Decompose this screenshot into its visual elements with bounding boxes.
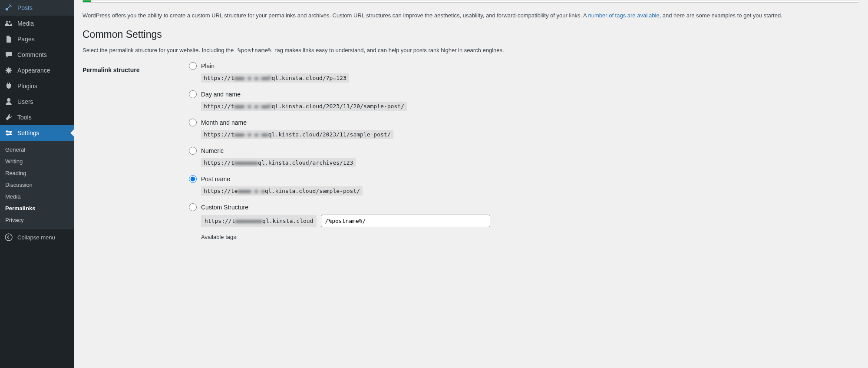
plugin-icon <box>4 82 13 90</box>
option-monthname-radio[interactable] <box>189 119 197 126</box>
sidebar-item-label: Users <box>17 98 33 105</box>
sidebar-item-users[interactable]: Users <box>0 94 74 109</box>
tags-available-link[interactable]: number of tags are available <box>588 12 659 19</box>
submenu-media[interactable]: Media <box>0 191 74 202</box>
option-custom-row: Custom Structure <box>189 203 859 211</box>
svg-point-1 <box>10 132 11 134</box>
page-icon <box>4 35 13 43</box>
option-postname-row: Post name <box>189 175 859 183</box>
main-content: WordPress offers you the ability to crea… <box>74 0 868 368</box>
option-monthname-label[interactable]: Month and name <box>201 119 247 126</box>
sidebar-item-tools[interactable]: Tools <box>0 109 74 125</box>
option-custom-label[interactable]: Custom Structure <box>201 204 248 211</box>
intro-text-1: WordPress offers you the ability to crea… <box>83 12 588 19</box>
option-plain-label[interactable]: Plain <box>201 63 215 70</box>
collapse-label: Collapse menu <box>17 234 55 241</box>
pin-icon <box>4 3 13 12</box>
option-plain-example: https://t▬▬▬ ▪ ▬ ▬▬hql.kinsta.cloud/?p=1… <box>201 73 349 83</box>
option-numeric-example: https://t ▬▬▬▬▬▬▬ ql.kinsta.cloud/archiv… <box>201 158 356 167</box>
option-plain-row: Plain <box>189 62 859 70</box>
permalink-options: Plain https://t▬▬▬ ▪ ▬ ▬▬hql.kinsta.clou… <box>189 62 859 240</box>
sidebar-item-media[interactable]: Media <box>0 16 74 31</box>
subtext-part2: tag makes links easy to understand, and … <box>274 47 504 53</box>
sidebar-item-comments[interactable]: Comments <box>0 47 74 63</box>
option-postname-label[interactable]: Post name <box>201 176 230 182</box>
sidebar-item-appearance[interactable]: Appearance <box>0 63 74 78</box>
option-dayname-example: https://t▬▬▬ ▪ ▬ ▬▬hql.kinsta.cloud/2023… <box>201 102 407 111</box>
sidebar-item-label: Pages <box>17 36 35 43</box>
progress-bar <box>83 0 859 3</box>
option-custom-radio[interactable] <box>189 203 197 211</box>
option-postname-example: https://te▬▬▬▬ ▪ ▬ ql.kinsta.cloud/sampl… <box>201 186 363 196</box>
sidebar-item-label: Appearance <box>17 67 50 74</box>
option-monthname-example: https://t▬▬▬ ▪ ▬ ▬▬ql.kinsta.cloud/2023/… <box>201 130 393 139</box>
tools-icon <box>4 113 13 122</box>
custom-structure-row: https://t▬▬▬▬▬▬▬▬ql.kinsta.cloud <box>201 215 859 227</box>
user-icon <box>4 97 13 106</box>
option-dayname-label[interactable]: Day and name <box>201 91 241 98</box>
permalink-structure-label: Permalink structure <box>83 62 189 240</box>
common-settings-subtext: Select the permalink structure for your … <box>83 47 859 53</box>
available-tags-label: Available tags: <box>201 234 859 240</box>
submenu-general[interactable]: General <box>0 144 74 156</box>
sidebar-item-label: Tools <box>17 114 32 121</box>
sidebar-item-label: Settings <box>17 129 40 136</box>
intro-text-2: , and here are some examples to get you … <box>660 12 782 19</box>
svg-point-0 <box>6 130 8 132</box>
sidebar-item-pages[interactable]: Pages <box>0 31 74 47</box>
sidebar-item-settings[interactable]: Settings <box>0 125 74 141</box>
media-icon <box>4 19 13 28</box>
collapse-menu-button[interactable]: Collapse menu <box>0 229 74 245</box>
option-dayname-row: Day and name <box>189 90 859 98</box>
option-dayname-radio[interactable] <box>189 90 197 98</box>
common-settings-heading: Common Settings <box>83 29 859 40</box>
appearance-icon <box>4 66 13 75</box>
permalink-form: Permalink structure Plain https://t▬▬▬ ▪… <box>83 62 859 240</box>
sidebar-item-plugins[interactable]: Plugins <box>0 78 74 94</box>
sidebar-item-label: Plugins <box>17 83 37 90</box>
option-postname-radio[interactable] <box>189 175 197 183</box>
progress-fill <box>83 0 91 2</box>
custom-structure-input[interactable] <box>321 215 490 227</box>
svg-point-2 <box>7 134 9 136</box>
submenu-discussion[interactable]: Discussion <box>0 179 74 191</box>
settings-submenu: General Writing Reading Discussion Media… <box>0 141 74 229</box>
intro-paragraph: WordPress offers you the ability to crea… <box>83 11 859 20</box>
sidebar-item-posts[interactable]: Posts <box>0 0 74 16</box>
sidebar-item-label: Media <box>17 20 34 27</box>
option-plain-radio[interactable] <box>189 62 197 70</box>
subtext-part1: Select the permalink structure for your … <box>83 47 235 53</box>
sidebar-item-label: Posts <box>17 4 33 11</box>
submenu-privacy[interactable]: Privacy <box>0 214 74 226</box>
submenu-permalinks[interactable]: Permalinks <box>0 202 74 214</box>
submenu-reading[interactable]: Reading <box>0 167 74 179</box>
admin-sidebar: Posts Media Pages Comments Appearance Pl… <box>0 0 74 368</box>
custom-base-url: https://t▬▬▬▬▬▬▬▬ql.kinsta.cloud <box>201 215 317 227</box>
submenu-writing[interactable]: Writing <box>0 156 74 167</box>
option-monthname-row: Month and name <box>189 119 859 126</box>
option-numeric-row: Numeric <box>189 147 859 155</box>
option-numeric-radio[interactable] <box>189 147 197 155</box>
collapse-icon <box>4 233 13 242</box>
sidebar-item-label: Comments <box>17 51 47 58</box>
settings-icon <box>4 129 13 137</box>
option-numeric-label[interactable]: Numeric <box>201 147 224 154</box>
postname-code: %postname% <box>235 46 274 55</box>
svg-point-3 <box>5 234 12 241</box>
comment-icon <box>4 50 13 59</box>
